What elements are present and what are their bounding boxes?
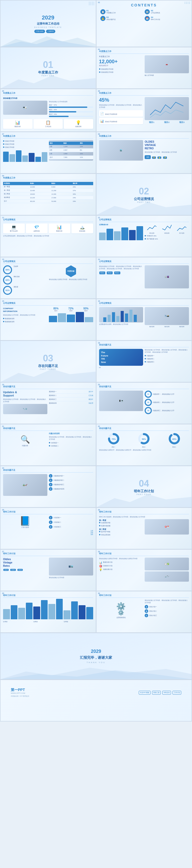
card-3: 💡创新思维 bbox=[64, 119, 93, 129]
slide-14: 14 公司运营情况 请在此处输入文字内容，请在此处输入文字内容，请在此处输入文字… bbox=[97, 257, 192, 299]
tag-row: 特点1 特点2 特点3 bbox=[99, 271, 143, 275]
plan-intro: 明年工作计划说明，请在此处输入文字内容，请在此处输入文字内容 bbox=[99, 516, 189, 518]
contents-icon-3: ⚠️ bbox=[100, 16, 105, 21]
section-label: 04 bbox=[99, 367, 143, 368]
bar-4 bbox=[121, 227, 128, 240]
gear-item-1: A 优化计划一 bbox=[145, 605, 189, 609]
dot bbox=[145, 361, 146, 363]
search-label: 问题分析 bbox=[3, 445, 47, 447]
left-col: 请在此处输入说明文字内容，请在此处输入说明文字内容 📊 数据分析计划 🎯 目标执… bbox=[99, 558, 143, 582]
item-list: 分析项目一 分析项目二 bbox=[49, 442, 93, 447]
building-image: 🏢🌆 bbox=[145, 265, 189, 288]
sub-label: 输入文字内容 bbox=[145, 74, 189, 76]
td-4: 30% bbox=[72, 192, 93, 196]
tall-bar-9 bbox=[63, 610, 70, 619]
right-col: 🚗 输入文字内容 bbox=[145, 55, 189, 76]
left-col: 请在此处输入文字内容，请在此处输入文字内容，请在此处输入文字内容，请在此处输入文… bbox=[99, 265, 143, 288]
dot bbox=[3, 141, 4, 142]
svg-rect-6 bbox=[129, 310, 132, 322]
slide-num: 13 bbox=[2, 258, 4, 260]
bar-svg bbox=[99, 307, 143, 322]
slide-11: 11 公司运营情况 💻 数字化运营 💎 品牌价值 📊 数据分析 🏔️ 目标成就 … bbox=[1, 216, 96, 257]
slide-22: 22 存在问题不足 75% 类别一 58% 类别二 bbox=[97, 424, 192, 465]
left-col: 45% 请在此处输入文字内容，请在此处输入文字内容，请在此处输入文字内容 📄 添… bbox=[99, 97, 143, 124]
bar-2 bbox=[106, 229, 113, 240]
td-2: 12,000 bbox=[29, 185, 51, 189]
dot-decoration bbox=[89, 2, 94, 5]
gear-items: A 优化计划一 B 优化计划二 C 优化计划三 bbox=[145, 605, 189, 617]
mountain-icon: 🏔️ bbox=[72, 225, 92, 229]
table-row: 第四季度22,10017,80024% bbox=[3, 196, 93, 199]
bullet-text: 添加说明文字内容 bbox=[101, 71, 114, 73]
mini-line-3 bbox=[177, 224, 187, 231]
tag-3: 特点3 bbox=[114, 272, 120, 274]
bullet-2: 分析项目二 bbox=[49, 445, 93, 447]
item-val: 规划中 bbox=[89, 398, 93, 401]
bullet-2: 添加文字内容 bbox=[3, 143, 47, 146]
slide-header: 存在问题不足 bbox=[3, 385, 93, 389]
slide-4: 04 年度重点工作 年度重点工作 12,000+ 相关说明文字 添加说明文字内容… bbox=[97, 48, 192, 88]
dot bbox=[3, 318, 4, 319]
slide-header: 明年工作计划 bbox=[3, 552, 93, 556]
cover-year: 2029 bbox=[34, 14, 62, 21]
slide-num: 21 bbox=[2, 426, 4, 427]
td-2: 7,691 bbox=[63, 155, 79, 159]
thanks-title: 汇报完毕，谢谢大家 bbox=[80, 655, 112, 660]
slide-num: 18 bbox=[98, 342, 100, 344]
slide-header: 存在问题不足 bbox=[3, 469, 93, 472]
td-3: 11,200 bbox=[51, 189, 72, 192]
right-col: 1 问题描述内容一 2 问题描述内容二 3 问题描述内容三 4 问题描述内容四 bbox=[49, 474, 93, 496]
plan-group-2: 第二季度 提升用户体验 优化运营流程 bbox=[99, 528, 143, 536]
laptop-icon: 💻 bbox=[4, 225, 24, 229]
slide-num: 26 bbox=[98, 509, 100, 511]
bullet: 拓展市场份额 bbox=[99, 525, 143, 527]
update-item-3: 更新项目三 规划中 bbox=[49, 398, 93, 401]
stat-val: 项目2 bbox=[160, 121, 174, 124]
left-content: 🖥️📊 bbox=[3, 101, 47, 118]
bar-6 bbox=[35, 157, 41, 162]
slide-17-section: 03 存在问题不足 PART THREE bbox=[1, 341, 96, 382]
right-col: 增长趋势 销售趋势 用户趋势 bbox=[145, 224, 189, 241]
mini-label-2: 销售趋势 bbox=[160, 232, 174, 234]
road-image: 🛣️🚀 bbox=[3, 474, 47, 496]
stat-label-2: 指标2 bbox=[64, 310, 78, 311]
svg-rect-7 bbox=[134, 315, 137, 322]
right-col: 请在此处输入文字内容，请在此处输入文字内容，请在此处输入文字内容，请在此处输入文… bbox=[145, 349, 189, 368]
data-table: 项目数据增长 A类1,23412% B类2,5678% C类3,89015% 合… bbox=[49, 142, 93, 159]
slide-header: 年度重点工作 bbox=[3, 177, 93, 180]
mini-label-1: 增长趋势 bbox=[145, 232, 159, 234]
dot bbox=[3, 321, 4, 322]
circle-stat-1: 90% bbox=[3, 265, 12, 274]
sub-items: 问题说明一 问题说明二 问题说明三 bbox=[145, 355, 189, 363]
description: 请在此处输入文字内容说明 bbox=[49, 101, 93, 103]
update-item-2: 更新项目二 已完成 bbox=[49, 395, 93, 398]
icon-item-2: 📊 添加文字说明内容 bbox=[99, 118, 143, 124]
text: 添加文字内容 bbox=[5, 146, 14, 149]
timeline-item-3: 3 问题描述内容三 bbox=[49, 483, 93, 486]
tall-bar-10 bbox=[71, 601, 78, 619]
stat-text: 完成率 bbox=[13, 265, 18, 274]
pct-2: 2/5 bbox=[49, 532, 93, 533]
slide-header: 公司运营情况 bbox=[3, 302, 93, 306]
tall-bar-3 bbox=[18, 608, 25, 619]
left-col: 年度重点工作 12,000+ 相关说明文字 添加说明文字内容 添加说明文字内容 bbox=[99, 55, 143, 76]
plan-text-2: 计划目标二 bbox=[54, 521, 61, 524]
year-3: 2026 bbox=[18, 569, 23, 571]
stat-val-2: 72% bbox=[64, 307, 78, 310]
gear-item-2: B 优化计划二 bbox=[145, 609, 189, 613]
timeline-item-4: 4 问题描述内容四 bbox=[49, 487, 93, 491]
bullet-dot bbox=[99, 71, 100, 73]
progress-bar-1 bbox=[49, 106, 93, 108]
td-3: 9,500 bbox=[51, 185, 72, 189]
td-3: 12% bbox=[79, 145, 93, 149]
right-col: 🏢🌆 bbox=[145, 265, 189, 288]
mini-label-3: 用户趋势 bbox=[174, 232, 189, 234]
company-desc: 请在此处输入文字内容，请在此处输入文字内容 bbox=[3, 314, 47, 316]
bar-2 bbox=[9, 154, 15, 162]
slide-21: 21 存在问题不足 🔍 问题分析 问题分析说明 请在此处输入文字内容，请在此处输… bbox=[1, 424, 96, 465]
donut-svg-3: 89% bbox=[168, 432, 181, 445]
circle-label-2: 问题说明二，请在此处输入文字 bbox=[153, 401, 174, 404]
left-col: 添加文字内容 添加文字内容 添加文字内容 bbox=[3, 140, 47, 162]
chart-label-2: Q2季度 bbox=[34, 621, 63, 622]
td-2: 2,567 bbox=[63, 148, 79, 152]
